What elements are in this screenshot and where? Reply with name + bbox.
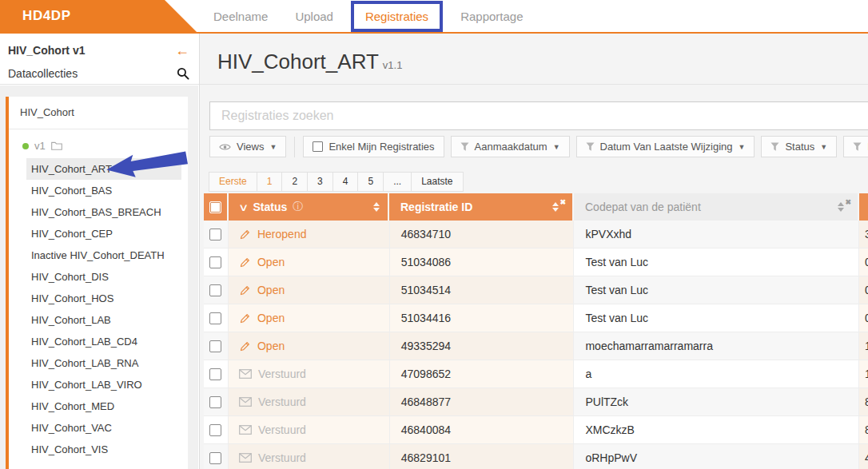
- sidebar-item-datacollection[interactable]: HIV_Cohort_ART: [26, 158, 181, 180]
- only-my-registrations-toggle[interactable]: Enkel Mijn Registraties: [303, 136, 444, 157]
- status-cell[interactable]: Open: [229, 276, 390, 304]
- pencil-icon: [239, 312, 251, 324]
- sidebar-item-datacollection[interactable]: HIV_Cohort_MED: [9, 395, 188, 417]
- row-checkbox[interactable]: [209, 368, 221, 380]
- info-icon[interactable]: ⓘ: [293, 200, 303, 214]
- envelope-icon: [239, 397, 252, 407]
- folder-icon: [51, 141, 62, 150]
- sidebar-item-datacollection[interactable]: HIV_Cohort_HOS: [9, 288, 188, 309]
- clipped-next-column-cell: 1: [859, 332, 868, 360]
- datacollection-items: HIV_Cohort_ART HIV_Cohort_BAS HIV_Cohort…: [9, 158, 188, 460]
- codepat-cell: Test van Luc: [574, 276, 859, 304]
- sidebar-item-datacollection[interactable]: HIV_Cohort_BAS: [9, 180, 188, 201]
- registration-id-column-header[interactable]: Registratie ID ✖: [389, 193, 574, 221]
- filter-dropdown-button[interactable]: Status ▼: [761, 136, 837, 157]
- version-row[interactable]: v1: [9, 129, 188, 158]
- remove-column-icon[interactable]: ✖: [845, 198, 851, 206]
- row-checkbox[interactable]: [209, 396, 221, 408]
- table-row: Verstuurd 46840084 XMCzkzB 8: [204, 416, 868, 444]
- eye-icon: [219, 143, 231, 151]
- table-body: Heropend 46834710 kPVXxhd 3: [204, 221, 868, 469]
- pagination-button[interactable]: Laatste: [411, 172, 463, 192]
- sidebar-item-datacollection[interactable]: HIV_Cohort_CEP: [9, 223, 188, 244]
- sidebar-item-datacollection[interactable]: HIV_Cohort_LAB_VIRO: [9, 374, 188, 395]
- pagination-button[interactable]: 2: [281, 172, 308, 192]
- registration-id-cell: 46848877: [390, 388, 575, 416]
- row-checkbox[interactable]: [209, 340, 221, 352]
- status-column-header[interactable]: ∨ Status ⓘ: [229, 193, 389, 221]
- chevron-down-icon: ▼: [553, 143, 560, 151]
- codepat-column-label: Codepat van de patiënt: [585, 201, 701, 213]
- envelope-icon: [239, 369, 252, 379]
- pagination-button[interactable]: ...: [383, 172, 412, 192]
- sidebar-item-datacollection[interactable]: HIV_Cohort_BAS_BREACH: [9, 201, 188, 223]
- sort-icon[interactable]: [838, 202, 844, 212]
- status-label: Verstuurd: [258, 451, 306, 464]
- app-logo[interactable]: HD4DP: [0, 0, 197, 32]
- clipped-next-column-cell: 0: [859, 304, 868, 332]
- status-cell[interactable]: Verstuurd: [229, 444, 390, 469]
- datacollection-list: HIV_Cohort v1 HIV_Cohort_ART HIV_Cohort_…: [6, 97, 188, 469]
- nav-item[interactable]: Deelname: [200, 10, 281, 23]
- pagination-button[interactable]: 3: [307, 172, 333, 192]
- row-checkbox[interactable]: [209, 229, 221, 240]
- pagination-button[interactable]: 4: [332, 172, 359, 192]
- status-cell[interactable]: Heropend: [229, 221, 390, 248]
- status-cell[interactable]: Open: [229, 304, 390, 332]
- sidebar-item-datacollection[interactable]: HIV_Cohort_LAB_RNA: [9, 352, 188, 374]
- registration-id-cell: 51034086: [390, 248, 575, 276]
- filter-dropdown-label: Datum Van Laatste Wijziging: [600, 141, 733, 153]
- status-cell[interactable]: Open: [229, 248, 390, 276]
- registration-id-cell: 46834710: [390, 221, 575, 248]
- status-label: Open: [257, 284, 285, 296]
- row-checkbox[interactable]: [209, 424, 221, 436]
- collapse-sidebar-icon[interactable]: ←: [175, 43, 189, 58]
- status-cell[interactable]: Verstuurd: [229, 360, 390, 388]
- select-all-checkbox[interactable]: [209, 201, 221, 213]
- nav-item[interactable]: Registraties: [351, 1, 443, 32]
- chevron-down-icon: ▼: [820, 143, 827, 151]
- status-label: Verstuurd: [258, 368, 306, 380]
- codepat-cell: a: [574, 360, 859, 388]
- codepat-cell: oRHpPwV: [574, 444, 859, 469]
- sidebar-item-datacollection[interactable]: HIV_Cohort_LAB_CD4: [9, 331, 188, 352]
- sort-icon[interactable]: [373, 202, 380, 212]
- expand-chevron-icon[interactable]: ∨: [238, 201, 249, 213]
- pagination-button[interactable]: 5: [357, 172, 384, 192]
- pagination-button[interactable]: Eerste: [209, 172, 257, 192]
- row-checkbox[interactable]: [209, 256, 221, 268]
- row-checkbox[interactable]: [209, 452, 221, 464]
- search-icon[interactable]: [177, 67, 189, 80]
- status-cell[interactable]: Verstuurd: [229, 416, 390, 444]
- registrations-search-input[interactable]: [209, 101, 868, 130]
- sidebar-item-datacollection[interactable]: HIV_Cohort_VAC: [9, 417, 188, 439]
- sidebar-item-datacollection[interactable]: Inactive HIV_Cohort_DEATH: [9, 244, 188, 266]
- sidebar-item-datacollection[interactable]: HIV_Cohort_VIS: [9, 439, 188, 460]
- version-label: v1: [34, 140, 46, 152]
- sidebar-item-datacollection[interactable]: HIV_Cohort_LAB: [9, 309, 188, 331]
- views-button[interactable]: Views ▼: [209, 136, 286, 157]
- status-cell[interactable]: Verstuurd: [229, 388, 390, 416]
- filter-dropdown-button[interactable]: Patiënt ▼: [843, 136, 868, 157]
- only-my-registrations-checkbox[interactable]: [313, 141, 323, 152]
- codepat-cell: XMCzkzB: [574, 416, 859, 444]
- codepat-column-header[interactable]: Codepat van de patiënt ✖: [574, 193, 859, 221]
- remove-column-icon[interactable]: ✖: [559, 198, 566, 206]
- clipped-next-column-cell: 0: [859, 248, 868, 276]
- table-row: Verstuurd 46829101 oRHpPwV 4: [204, 444, 868, 469]
- datacollection-group[interactable]: HIV_Cohort: [9, 97, 188, 129]
- nav-item[interactable]: Rapportage: [447, 10, 536, 23]
- nav-item[interactable]: Upload: [281, 10, 347, 23]
- status-cell[interactable]: Open: [229, 332, 390, 360]
- filter-dropdown-button[interactable]: Aanmaakdatum ▼: [451, 136, 570, 157]
- pagination-button[interactable]: 1: [257, 172, 283, 192]
- sort-icon[interactable]: [552, 202, 559, 212]
- status-label: Open: [257, 256, 285, 268]
- row-checkbox[interactable]: [209, 312, 221, 324]
- sidebar-item-datacollection[interactable]: HIV_Cohort_DIS: [9, 266, 188, 288]
- filter-dropdown-button[interactable]: Datum Van Laatste Wijziging ▼: [576, 136, 755, 157]
- row-checkbox[interactable]: [209, 284, 221, 296]
- table-row: Open 51034514 Test van Luc 0: [204, 276, 868, 304]
- clipped-next-column-cell: 8: [859, 388, 868, 416]
- datacollections-label: Datacollecties: [8, 67, 78, 80]
